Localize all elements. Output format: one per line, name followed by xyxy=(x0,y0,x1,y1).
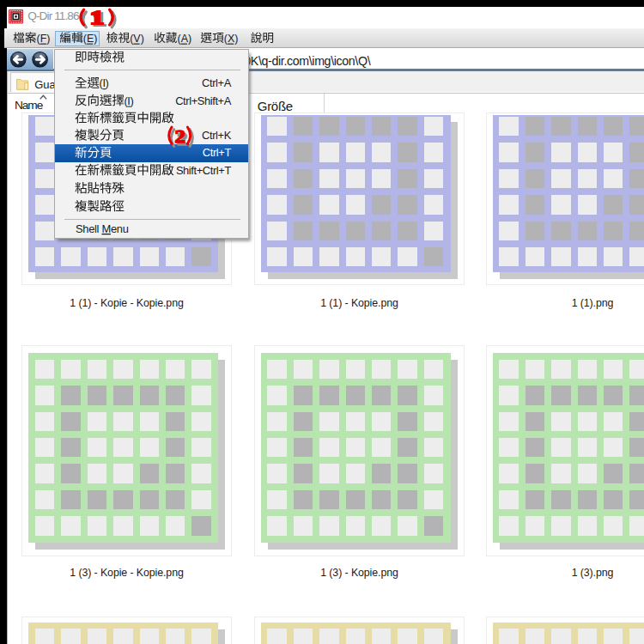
svg-text:1 (1).png: 1 (1).png xyxy=(572,297,614,309)
svg-text:Größe: Größe xyxy=(258,99,293,113)
svg-text:Q-Dir 11.86: Q-Dir 11.86 xyxy=(27,9,79,22)
svg-text:(X): (X) xyxy=(224,33,239,45)
svg-text:Ctrl+Shift+A: Ctrl+Shift+A xyxy=(175,94,231,107)
svg-text:1 (3).png: 1 (3).png xyxy=(572,567,614,579)
svg-text:(I): (I) xyxy=(124,94,133,107)
svg-text:(I): (I) xyxy=(100,76,109,89)
svg-text:(F): (F) xyxy=(37,33,51,45)
svg-text:Ctrl+A: Ctrl+A xyxy=(202,76,232,89)
svg-text:1 (1) - Kopie.png: 1 (1) - Kopie.png xyxy=(320,297,398,309)
svg-text:(E): (E) xyxy=(83,33,98,45)
svg-text:2: 2 xyxy=(174,126,185,147)
svg-text:1 (3) - Kopie.png: 1 (3) - Kopie.png xyxy=(320,567,398,579)
svg-text:Shift+Ctrl+T: Shift+Ctrl+T xyxy=(176,164,231,177)
svg-text:Shell Menu: Shell Menu xyxy=(76,222,129,235)
svg-text:Name: Name xyxy=(15,99,43,112)
svg-text:1: 1 xyxy=(90,7,105,28)
svg-text:(A): (A) xyxy=(178,33,192,45)
svg-text:Ctrl+K: Ctrl+K xyxy=(202,129,232,142)
svg-text:Ctrl+T: Ctrl+T xyxy=(203,146,232,159)
svg-text:1 (1) - Kopie - Kopie.png: 1 (1) - Kopie - Kopie.png xyxy=(70,297,184,309)
svg-text:(V): (V) xyxy=(130,33,144,45)
svg-text:1 (3) - Kopie - Kopie.png: 1 (3) - Kopie - Kopie.png xyxy=(70,567,184,579)
